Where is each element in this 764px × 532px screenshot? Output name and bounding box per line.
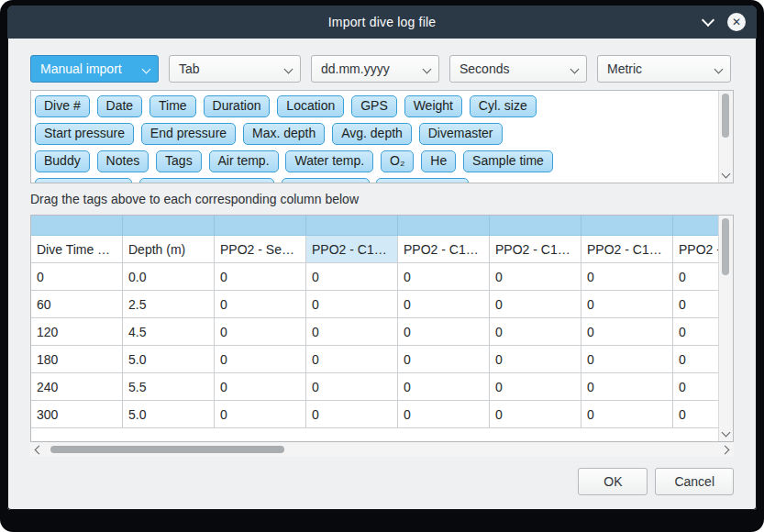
drag-tag[interactable]: Time xyxy=(149,95,196,117)
drag-tag[interactable]: Air temp. xyxy=(209,150,279,172)
scrollbar-thumb[interactable] xyxy=(722,94,729,138)
table-cell: 5.0 xyxy=(123,401,215,428)
drag-tag[interactable]: Cyl. size xyxy=(470,95,537,117)
drag-tag[interactable]: Date xyxy=(97,95,143,117)
column-header: PPO2 - C1… xyxy=(581,236,673,263)
column-header-highlighted: PPO2 - C1… xyxy=(306,236,398,263)
shade-window-button[interactable] xyxy=(703,16,713,25)
preview-table-body: Dive Time … Depth (m) PPO2 - Se… PPO2 - … xyxy=(31,216,719,441)
drag-tag[interactable]: O₂ xyxy=(381,150,414,172)
table-cell: 0 xyxy=(306,291,398,318)
drag-tag[interactable]: Sample pO₂ xyxy=(282,178,369,183)
tag-pool-scrollbar[interactable] xyxy=(718,91,733,183)
table-cell: 0 xyxy=(581,373,673,401)
table-cell: 0 xyxy=(306,373,398,401)
drop-target-cell[interactable] xyxy=(123,216,215,236)
drag-tag[interactable]: Divemaster xyxy=(419,123,503,145)
table-cell: 0 xyxy=(673,263,719,291)
table-cell: 5.5 xyxy=(123,373,215,401)
table-cell: 0 xyxy=(398,291,490,318)
table-row: 60 2.5 0 0 0 0 0 0 xyxy=(31,291,719,318)
date-format-select[interactable]: dd.mm.yyyy xyxy=(311,55,439,83)
units-select[interactable]: Metric xyxy=(597,55,731,83)
table-cell: 0 xyxy=(673,401,719,428)
table-cell: 0 xyxy=(398,346,490,373)
column-header: PPO2 - C… xyxy=(673,236,719,263)
drag-tag[interactable]: Start pressure xyxy=(35,123,134,145)
table-cell: 0.0 xyxy=(123,263,215,291)
table-row: 240 5.5 0 0 0 0 0 0 xyxy=(31,373,719,401)
table-cell: 0 xyxy=(398,401,490,428)
drag-tag[interactable]: End pressure xyxy=(141,123,236,145)
chevron-down-icon xyxy=(142,65,151,74)
chevron-down-icon xyxy=(423,65,432,74)
scroll-down-icon[interactable] xyxy=(722,170,731,179)
table-cell: 180 xyxy=(31,346,123,373)
drag-tag[interactable]: Tags xyxy=(156,150,202,172)
drop-target-cell[interactable] xyxy=(306,216,398,236)
table-cell: 300 xyxy=(31,401,123,428)
date-format-value: dd.mm.yyyy xyxy=(321,61,390,76)
field-separator-select[interactable]: Tab xyxy=(169,55,301,83)
close-button[interactable]: ✕ xyxy=(727,13,746,31)
ok-button[interactable]: OK xyxy=(578,468,648,495)
scrollbar-thumb[interactable] xyxy=(722,218,729,275)
table-row: 120 4.5 0 0 0 0 0 0 xyxy=(31,318,719,346)
drag-tag[interactable]: Dive # xyxy=(35,95,90,117)
table-cell: 0 xyxy=(581,401,673,428)
table-cell: 5.0 xyxy=(123,346,215,373)
column-header: PPO2 - C1… xyxy=(490,236,581,263)
table-cell: 0 xyxy=(490,401,581,428)
column-header-row: Dive Time … Depth (m) PPO2 - Se… PPO2 - … xyxy=(31,236,719,263)
scroll-down-icon[interactable] xyxy=(722,428,731,438)
table-cell: 0 xyxy=(490,346,581,373)
tag-pool: Dive # Date Time Duration Location GPS W… xyxy=(30,90,734,183)
drop-target-cell[interactable] xyxy=(673,216,719,236)
chevron-down-icon xyxy=(570,65,580,74)
drop-target-cell[interactable] xyxy=(581,216,673,236)
table-cell: 0 xyxy=(581,291,673,318)
dialog-content: Manual import Tab dd.mm.yyyy Seconds Met… xyxy=(7,39,757,510)
drag-tag[interactable]: Max. depth xyxy=(243,123,325,145)
drag-tag[interactable]: He xyxy=(421,150,456,172)
drag-tag[interactable]: Sample temperature xyxy=(139,178,274,183)
drag-tag[interactable]: Water temp. xyxy=(285,150,373,172)
scroll-left-icon[interactable] xyxy=(35,446,44,455)
drop-target-cell[interactable] xyxy=(31,216,123,236)
table-cell: 120 xyxy=(31,318,123,346)
import-type-select[interactable]: Manual import xyxy=(30,55,159,83)
tag-rows: Dive # Date Time Duration Location GPS W… xyxy=(31,91,733,183)
table-cell: 0 xyxy=(398,373,490,401)
desktop-background: Import dive log file ✕ Manual import Tab… xyxy=(0,0,764,532)
table-cell: 0 xyxy=(215,318,306,346)
table-vertical-scrollbar[interactable] xyxy=(718,216,733,441)
table-cell: 60 xyxy=(31,291,123,318)
table-cell: 0 xyxy=(215,291,306,318)
drag-tag[interactable]: Weight xyxy=(404,95,462,117)
drop-target-cell[interactable] xyxy=(398,216,490,236)
dialog-button-row: OK Cancel xyxy=(30,468,734,495)
drag-instruction-label: Drag the tags above to each correspondin… xyxy=(30,192,734,206)
drag-tag[interactable]: Location xyxy=(277,95,344,117)
titlebar[interactable]: Import dive log file ✕ xyxy=(7,6,757,39)
cancel-button[interactable]: Cancel xyxy=(655,468,734,495)
drag-tag[interactable]: Notes xyxy=(97,150,149,172)
drag-tag[interactable]: GPS xyxy=(351,95,397,117)
drag-tag[interactable]: Duration xyxy=(204,95,271,117)
time-format-select[interactable]: Seconds xyxy=(449,55,587,83)
column-header: Depth (m) xyxy=(123,236,215,263)
drop-target-cell[interactable] xyxy=(490,216,581,236)
drag-tag[interactable]: Sample time xyxy=(463,150,553,172)
table-horizontal-scrollbar[interactable] xyxy=(30,443,734,457)
scrollbar-thumb[interactable] xyxy=(50,446,284,453)
scroll-right-icon[interactable] xyxy=(721,446,730,455)
drag-tag[interactable]: Buddy xyxy=(35,150,90,172)
drag-tag[interactable]: Sample CNS xyxy=(376,178,469,183)
table-cell: 0 xyxy=(398,318,490,346)
column-header: PPO2 - C1… xyxy=(398,236,490,263)
table-cell: 0 xyxy=(215,401,306,428)
drag-tag[interactable]: Sample depth xyxy=(35,178,132,183)
table-row: 180 5.0 0 0 0 0 0 0 xyxy=(31,346,719,373)
drag-tag[interactable]: Avg. depth xyxy=(332,123,412,145)
drop-target-cell[interactable] xyxy=(215,216,306,236)
